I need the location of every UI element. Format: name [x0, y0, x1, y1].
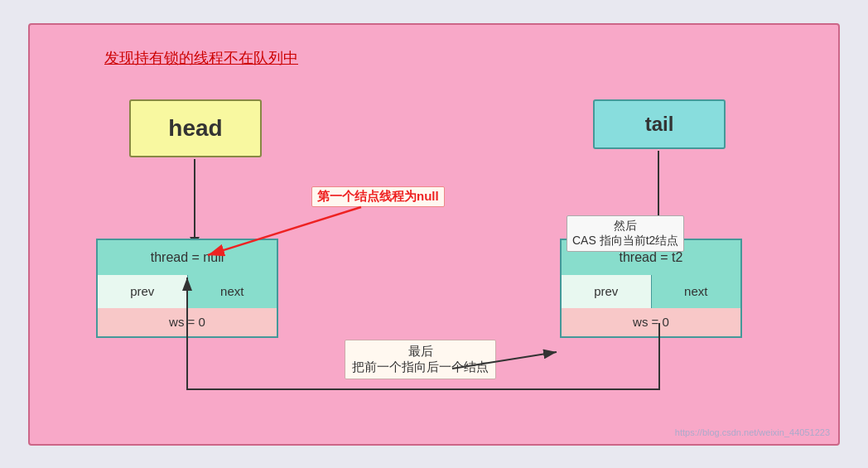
arrow-head-to-left	[194, 159, 195, 239]
left-ws: ws = 0	[96, 308, 278, 338]
right-next: next	[652, 275, 741, 308]
diagram-title: 发现持有锁的线程不在队列中	[104, 48, 298, 68]
watermark: https://blog.csdn.net/weixin_44051223	[675, 427, 830, 437]
tail-annotation: 然后 CAS 指向当前t2结点	[567, 215, 684, 252]
red-annotation: 第一个结点线程为null	[311, 186, 445, 207]
right-prevnext: prev next	[560, 275, 742, 308]
right-prev: prev	[562, 275, 652, 308]
arrows-svg	[30, 25, 841, 447]
left-prevnext: prev next	[96, 275, 278, 308]
main-diagram: 发现持有锁的线程不在队列中 head tail thread = null pr…	[28, 23, 840, 446]
right-node: thread = t2 prev next ws = 0	[560, 239, 742, 338]
left-node: thread = null prev next ws = 0	[96, 239, 278, 338]
tail-box: tail	[593, 99, 726, 149]
left-thread: thread = null	[96, 239, 278, 275]
left-prev: prev	[98, 275, 188, 308]
left-next: next	[188, 275, 277, 308]
bottom-annotation: 最后 把前一个指向后一个结点	[345, 340, 496, 379]
head-box: head	[129, 99, 262, 157]
right-ws: ws = 0	[560, 308, 742, 338]
